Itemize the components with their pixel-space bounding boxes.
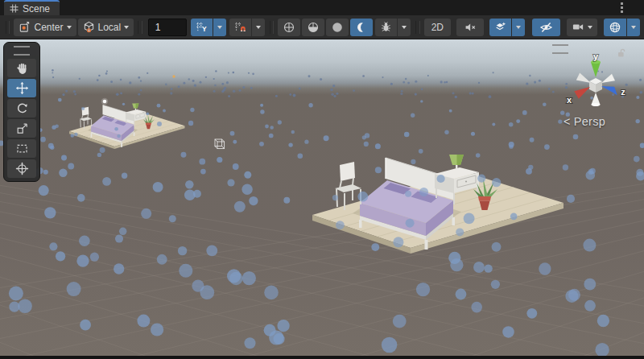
bug-icon: [380, 21, 392, 33]
effects-split-button: [489, 19, 525, 36]
camera-icon: [572, 21, 584, 33]
projection-label: Persp: [574, 115, 605, 128]
scene-visibility-toggle[interactable]: [532, 19, 560, 36]
gizmos-split-button: [604, 19, 640, 36]
debug-split-button: [375, 19, 411, 36]
magnet-snap-button[interactable]: [229, 19, 251, 36]
pivot-mode-label: Center: [34, 22, 63, 33]
chevron-down-icon: [631, 26, 636, 29]
scene-toolbar: Center Local Y: [0, 15, 644, 39]
projection-arrow-icon: <: [564, 115, 571, 128]
scene-audio-toggle[interactable]: [456, 19, 484, 36]
tools-overlay: [3, 42, 40, 182]
distant-light-gizmo-icon[interactable]: [172, 75, 175, 77]
view-hand-tool-button[interactable]: [7, 59, 36, 77]
rect-tool-button[interactable]: [7, 139, 36, 158]
transform-icon: [15, 162, 29, 175]
orientation-gizmo[interactable]: y x z: [562, 53, 630, 116]
grid-snap-dropdown[interactable]: [213, 19, 226, 36]
audio-muted-icon: [464, 21, 477, 34]
magnet-snap-icon: [234, 21, 246, 33]
grid-icon: [10, 4, 19, 13]
moon-icon: [355, 21, 368, 34]
cube-local-icon: [83, 21, 95, 33]
debug-button[interactable]: [375, 19, 397, 36]
draw-mode-shaded-wireframe-button[interactable]: [302, 19, 324, 36]
axis-y-label: y: [593, 53, 599, 61]
scene-canvas[interactable]: [0, 39, 644, 356]
rect-icon: [15, 142, 29, 155]
toolbar-separator: [270, 21, 274, 34]
grid-snap-split-button: Y: [191, 19, 226, 36]
rotation-mode-button[interactable]: Local: [78, 19, 134, 36]
rotation-mode-label: Local: [98, 22, 122, 33]
magnet-snap-dropdown[interactable]: [252, 19, 265, 36]
view-2d-toggle[interactable]: 2D: [424, 19, 451, 36]
kebab-menu-icon[interactable]: [621, 2, 623, 13]
tab-bar: Scene: [0, 0, 644, 15]
gizmos-button[interactable]: [604, 19, 626, 36]
move-tool-button[interactable]: [7, 79, 36, 97]
camera-settings-button[interactable]: [567, 19, 597, 36]
toolbar-separator: [415, 21, 419, 34]
axis-neg-y-cone[interactable]: [592, 93, 601, 105]
light-gizmo-icon[interactable]: [101, 98, 108, 105]
scene-window: Scene Center Local: [0, 0, 644, 359]
svg-text:Y: Y: [202, 25, 207, 33]
rotate-icon: [15, 101, 29, 115]
tools-overlay-handle[interactable]: [14, 46, 30, 56]
axis-z-cone[interactable]: [601, 86, 617, 95]
scale-tool-button[interactable]: [7, 119, 36, 138]
view-2d-label: 2D: [431, 22, 444, 33]
axis-z-label: z: [621, 87, 625, 97]
chevron-down-icon: [516, 26, 521, 29]
grid-snap-y-icon: Y: [196, 21, 208, 33]
magnet-snap-split-button: [229, 19, 265, 36]
chevron-down-icon: [124, 26, 129, 29]
tab-label: Scene: [23, 3, 50, 14]
eye-slash-icon: [539, 21, 553, 34]
scene-viewport: y x z < Persp: [0, 39, 644, 359]
gizmo-center-cube[interactable]: [589, 78, 602, 93]
effects-dropdown[interactable]: [512, 19, 525, 36]
chevron-down-icon: [402, 26, 407, 29]
draw-mode-wireframe-button[interactable]: [278, 19, 300, 36]
pivot-mode-button[interactable]: Center: [14, 19, 76, 36]
axis-neg-x-cone[interactable]: [601, 74, 615, 83]
effects-icon: [494, 21, 506, 33]
axis-neg-z-cone[interactable]: [576, 73, 591, 84]
transform-tool-button[interactable]: [7, 159, 36, 178]
tab-scene[interactable]: Scene: [4, 0, 60, 15]
scale-icon: [15, 122, 29, 135]
axis-y-cone[interactable]: [591, 62, 601, 77]
chevron-down-icon: [256, 26, 261, 29]
toolbar-separator: [138, 21, 142, 34]
chevron-down-icon: [217, 26, 222, 29]
sky-and-ground: [0, 39, 644, 356]
pivot-center-icon: [19, 21, 31, 33]
gizmos-dropdown[interactable]: [627, 19, 640, 36]
gizmos-sphere-icon: [609, 21, 621, 34]
scene-lighting-button[interactable]: [350, 19, 373, 36]
wireframe-sphere-icon: [283, 21, 295, 34]
hand-icon: [15, 61, 29, 75]
snap-increment-input[interactable]: [148, 19, 187, 36]
debug-dropdown[interactable]: [398, 19, 411, 36]
projection-toggle[interactable]: < Persp: [564, 115, 605, 128]
effects-button[interactable]: [489, 19, 511, 36]
grid-snap-button[interactable]: Y: [191, 19, 213, 36]
chevron-down-icon: [588, 26, 592, 29]
move-icon: [15, 81, 29, 95]
shaded-wireframe-sphere-icon: [307, 21, 320, 34]
axis-x-cone[interactable]: [574, 87, 590, 99]
draw-mode-shaded-button[interactable]: [326, 19, 349, 36]
toolbar-handle[interactable]: [6, 21, 10, 34]
shaded-sphere-icon: [331, 21, 344, 34]
rotate-tool-button[interactable]: [7, 99, 36, 118]
chevron-down-icon: [67, 26, 72, 29]
axis-x-label: x: [567, 95, 572, 105]
